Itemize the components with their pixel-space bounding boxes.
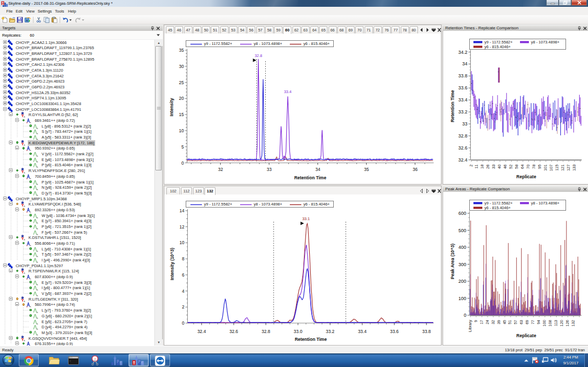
svg-text:126: 126	[565, 320, 570, 327]
svg-text:100: 100	[458, 296, 466, 301]
svg-text:500: 500	[458, 228, 466, 233]
svg-text:9: 9	[473, 320, 478, 322]
svg-text:45: 45	[502, 320, 507, 324]
svg-text:113: 113	[553, 320, 558, 326]
svg-text:77: 77	[530, 320, 535, 324]
svg-text:400: 400	[458, 245, 466, 250]
svg-text:32: 32	[491, 320, 495, 324]
svg-text:Library: Library	[468, 320, 472, 332]
svg-text:Peak Area (10^3): Peak Area (10^3)	[450, 244, 455, 279]
svg-text:17: 17	[479, 320, 484, 324]
svg-text:300: 300	[458, 262, 466, 267]
svg-text:120: 120	[559, 320, 564, 327]
svg-text:69: 69	[525, 320, 529, 324]
svg-text:63: 63	[519, 320, 524, 324]
svg-text:0: 0	[463, 313, 466, 318]
svg-text:132: 132	[571, 320, 575, 327]
svg-text:600: 600	[458, 211, 466, 216]
svg-text:24: 24	[485, 320, 490, 324]
svg-text:51: 51	[507, 320, 512, 324]
svg-text:100: 100	[542, 320, 547, 327]
svg-text:39: 39	[496, 320, 501, 324]
svg-text:Replicate: Replicate	[516, 333, 536, 338]
svg-text:200: 200	[458, 279, 466, 284]
svg-text:57: 57	[513, 320, 518, 324]
svg-text:94: 94	[536, 320, 541, 324]
svg-text:_: _	[69, 359, 71, 361]
svg-text:108: 108	[548, 320, 552, 327]
